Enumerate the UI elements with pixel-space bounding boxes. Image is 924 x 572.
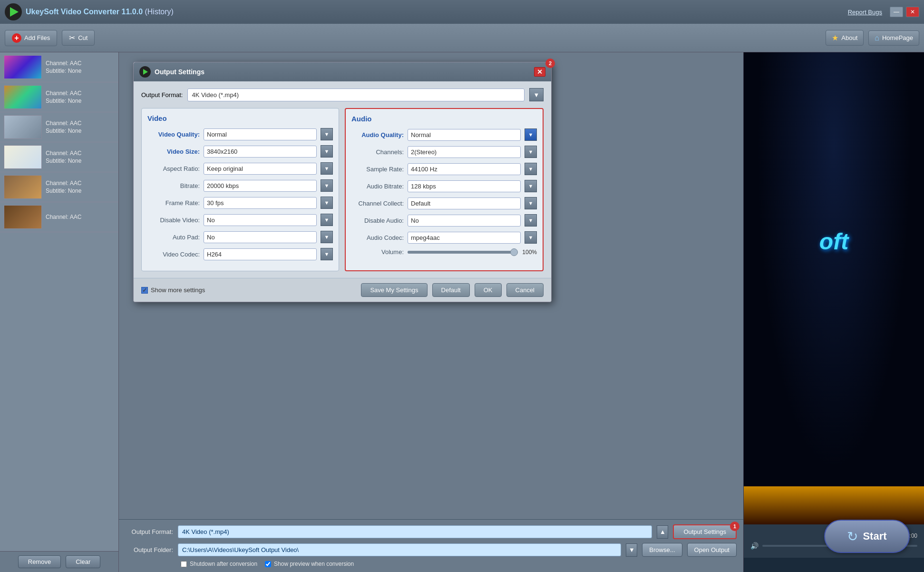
aspect-ratio-label: Aspect Ratio: [147, 165, 200, 172]
preview-horizon [744, 486, 924, 524]
audio-codec-select[interactable]: mpeg4aac [408, 232, 521, 244]
sample-rate-select[interactable]: 44100 Hz [408, 163, 521, 175]
frame-rate-dropdown[interactable]: ▼ [321, 197, 333, 209]
start-button[interactable]: ↻ Start [824, 520, 910, 553]
auto-pad-label: Auto Pad: [147, 234, 200, 241]
minimize-button[interactable]: — [890, 7, 903, 17]
start-label: Start [863, 530, 886, 542]
output-format-row: Output Format: 4K Video (*.mp4) ▼ 2 [141, 88, 544, 101]
list-item[interactable]: Channel: AAC Subtitle: None [0, 112, 118, 142]
disable-video-select[interactable]: No [204, 214, 317, 226]
frame-rate-label: Frame Rate: [147, 199, 200, 207]
audio-settings-panel: Audio Audio Quality: Normal ▼ Channels: … [345, 108, 544, 271]
audio-codec-row: Audio Codec: mpeg4aac ▼ [351, 231, 537, 244]
clear-button[interactable]: Clear [66, 555, 100, 568]
file-list-actions: Remove Clear [0, 551, 118, 572]
output-format-dropdown-button[interactable]: ▼ [529, 88, 544, 101]
channel-collect-row: Channel Collect: Default ▼ [351, 197, 537, 209]
dialog-titlebar: Output Settings ✕ [134, 62, 551, 81]
cut-icon: ✂ [69, 33, 75, 42]
output-format-label: Output Format: [141, 91, 183, 99]
file-thumbnail [4, 115, 42, 139]
default-button[interactable]: Default [432, 283, 470, 297]
dialog-footer: ✓ Show more settings Save My Settings De… [134, 278, 551, 302]
audio-panel-title: Audio [351, 115, 537, 123]
video-settings-panel: Video Video Quality: Normal ▼ Video Size… [141, 108, 339, 271]
about-label: About [841, 34, 857, 41]
sample-rate-row: Sample Rate: 44100 Hz ▼ [351, 163, 537, 175]
channels-dropdown[interactable]: ▼ [525, 146, 537, 158]
video-size-dropdown[interactable]: ▼ [321, 145, 333, 158]
aspect-ratio-select[interactable]: Keep original [204, 163, 317, 175]
list-item[interactable]: Channel: AAC Subtitle: None [0, 142, 118, 172]
preview-panel: oft 00:00:00 🔊 ↻ Start [743, 52, 924, 572]
bitrate-select[interactable]: 20000 kbps [204, 180, 317, 192]
about-button[interactable]: ★ About [826, 30, 864, 46]
bitrate-dropdown[interactable]: ▼ [321, 179, 333, 192]
play-icon [10, 7, 19, 17]
report-bugs-link[interactable]: Report Bugs [848, 9, 882, 16]
preview-background [744, 52, 924, 524]
list-item[interactable]: Channel: AAC Subtitle: None [0, 52, 118, 82]
remove-button[interactable]: Remove [18, 555, 61, 568]
ok-button[interactable]: OK [475, 283, 502, 297]
aspect-ratio-dropdown[interactable]: ▼ [321, 162, 333, 175]
channel-collect-select[interactable]: Default [408, 197, 521, 209]
show-more-checkbox[interactable]: ✓ [141, 287, 148, 294]
volume-slider[interactable] [408, 251, 514, 254]
audio-quality-row: Audio Quality: Normal ▼ [351, 128, 537, 141]
show-more-settings[interactable]: ✓ Show more settings [141, 286, 205, 294]
audio-bitrate-label: Audio Bitrate: [351, 183, 404, 190]
file-info: Channel: AAC Subtitle: None [46, 90, 81, 104]
toolbar: + Add Files ✂ Cut ★ About ⌂ HomePage [0, 24, 924, 52]
channel-collect-dropdown[interactable]: ▼ [525, 197, 537, 209]
audio-codec-label: Audio Codec: [351, 234, 404, 241]
volume-row: Volume: 100% [351, 248, 537, 256]
disable-audio-dropdown[interactable]: ▼ [525, 214, 537, 227]
video-quality-dropdown[interactable]: ▼ [321, 128, 333, 140]
audio-quality-select[interactable]: Normal [408, 129, 521, 141]
video-quality-select[interactable]: Normal [204, 128, 317, 140]
disable-audio-select[interactable]: No [408, 215, 521, 227]
cancel-button[interactable]: Cancel [506, 283, 544, 297]
video-size-row: Video Size: 3840x2160 ▼ [147, 145, 333, 158]
homepage-button[interactable]: ⌂ HomePage [868, 30, 919, 46]
video-size-select[interactable]: 3840x2160 [204, 146, 317, 158]
preview-logo: oft [819, 228, 848, 254]
file-info: Channel: AAC Subtitle: None [46, 150, 81, 164]
channels-select[interactable]: 2(Stereo) [408, 146, 521, 158]
auto-pad-dropdown[interactable]: ▼ [321, 231, 333, 243]
dialog-title: Output Settings [155, 68, 530, 76]
disable-video-dropdown[interactable]: ▼ [321, 214, 333, 226]
save-my-settings-button[interactable]: Save My Settings [361, 283, 427, 297]
file-thumbnail [4, 145, 42, 169]
audio-quality-dropdown[interactable]: ▼ [525, 128, 537, 141]
disable-video-row: Disable Video: No ▼ [147, 214, 333, 226]
close-button[interactable]: ✕ [906, 7, 919, 17]
video-codec-select[interactable]: H264 [204, 248, 317, 260]
sample-rate-dropdown[interactable]: ▼ [525, 163, 537, 175]
channel-collect-label: Channel Collect: [351, 200, 404, 207]
auto-pad-select[interactable]: No [204, 231, 317, 243]
list-item[interactable]: Channel: AAC Subtitle: None [0, 82, 118, 112]
audio-bitrate-dropdown[interactable]: ▼ [525, 180, 537, 192]
dialog-play-icon [143, 69, 148, 75]
list-item[interactable]: Channel: AAC Subtitle: None [0, 172, 118, 202]
audio-quality-label: Audio Quality: [351, 131, 404, 138]
video-codec-dropdown[interactable]: ▼ [321, 248, 333, 260]
audio-bitrate-select[interactable]: 128 kbps [408, 180, 521, 192]
output-format-select[interactable]: 4K Video (*.mp4) [187, 89, 525, 101]
cut-button[interactable]: ✂ Cut [62, 30, 95, 46]
volume-fill [408, 251, 514, 254]
list-item[interactable]: Channel: AAC [0, 202, 118, 232]
frame-rate-select[interactable]: 30 fps [204, 197, 317, 209]
file-list-scroll[interactable]: Channel: AAC Subtitle: None Channel: AAC… [0, 52, 118, 551]
add-files-label: Add Files [24, 34, 50, 41]
video-codec-label: Video Codec: [147, 251, 200, 258]
add-files-button[interactable]: + Add Files [5, 30, 57, 46]
dialog-close-button[interactable]: ✕ [534, 67, 545, 77]
video-size-label: Video Size: [147, 148, 200, 155]
app-title: UkeySoft Video Converter 11.0.0 (History… [26, 8, 848, 16]
app-logo [5, 3, 22, 20]
audio-codec-dropdown[interactable]: ▼ [525, 231, 537, 244]
